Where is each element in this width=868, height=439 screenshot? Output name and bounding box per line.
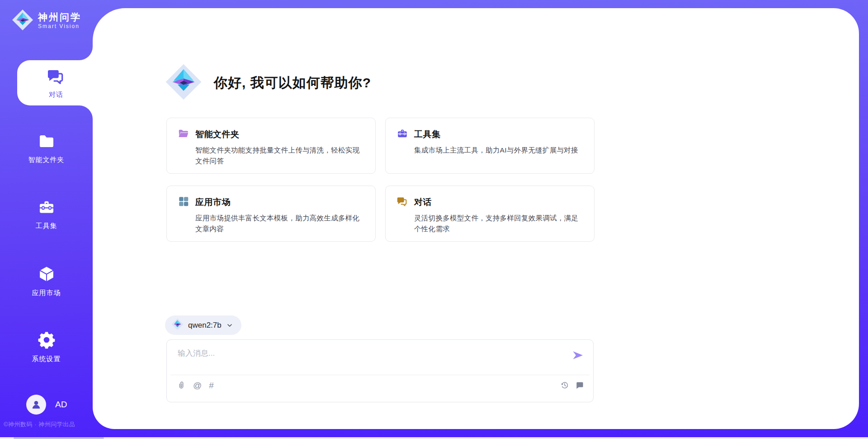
sidebar-item-chat[interactable]: 对话 [17,60,95,105]
at-icon[interactable]: @ [193,381,202,390]
model-selector[interactable]: qwen2:7b [165,315,241,335]
sidebar: 神州问学 Smart Vision 对话 [0,0,93,439]
paperclip-icon[interactable] [177,381,186,390]
app-logo-icon [165,63,202,102]
sidebar-item-label: 工具集 [36,222,57,230]
sidebar-item-settings[interactable]: 系统设置 [0,330,93,363]
brand-subtitle: Smart Vision [38,24,81,29]
card-chat[interactable]: 对话 灵活切换多模型文件，支持多样回复效果调试，满足个性化需求 [385,186,594,242]
hash-icon[interactable]: # [209,381,214,390]
toolbox-icon [396,128,408,141]
toolbox-icon [38,198,56,218]
sidebar-item-app-market[interactable]: 应用市场 [0,264,93,297]
greeting-title: 你好, 我可以如何帮助你? [214,74,371,92]
message-composer: @ # [166,339,594,402]
card-app-market[interactable]: 应用市场 应用市场提供丰富长文本模板，助力高效生成多样化文章内容 [166,186,376,242]
composer-divider [170,375,590,375]
tab-fillet-bottom [79,105,93,119]
card-title: 智能文件夹 [195,129,240,140]
sidebar-item-label: 应用市场 [32,289,61,297]
card-title: 工具集 [414,129,441,140]
sidebar-item-label: 系统设置 [32,355,61,363]
chat-icon [47,67,66,88]
user-initials: AD [55,400,67,410]
message-input[interactable] [177,347,567,372]
model-name: qwen2:7b [188,321,222,330]
diamond-logo-icon [171,318,184,332]
folder-icon [38,132,56,152]
folder-icon [178,128,189,141]
tab-fillet-top [79,47,93,60]
chevron-down-icon [226,322,233,329]
card-description: 智能文件夹功能支持批量文件上传与清洗，轻松实现文件问答 [195,145,364,166]
chat-icon [396,196,408,209]
horizontal-scrollbar[interactable] [0,437,868,439]
card-description: 灵活切换多模型文件，支持多样回复效果调试，满足个性化需求 [414,213,583,234]
avatar [26,395,46,415]
sidebar-item-label: 对话 [49,91,63,99]
cube-icon [37,264,56,285]
user-account[interactable]: AD [26,395,67,415]
send-icon [571,349,584,362]
card-toolset[interactable]: 工具集 集成市场上主流工具，助力AI与外界无缝扩展与对接 [385,118,594,174]
feature-cards: 智能文件夹 智能文件夹功能支持批量文件上传与清洗，轻松实现文件问答 工具集 集成… [166,118,594,242]
chat-bubble-icon[interactable] [576,381,584,390]
sidebar-item-toolset[interactable]: 工具集 [0,198,93,230]
grid-icon [178,196,189,209]
brand: 神州问学 Smart Vision [12,9,81,33]
card-title: 应用市场 [195,196,231,208]
card-description: 应用市场提供丰富长文本模板，助力高效生成多样化文章内容 [195,213,364,234]
brand-name: 神州问学 [38,12,81,22]
card-smart-folder[interactable]: 智能文件夹 智能文件夹功能支持批量文件上传与清洗，轻松实现文件问答 [166,118,376,174]
greeting: 你好, 我可以如何帮助你? [165,63,371,102]
app-window: 神州问学 Smart Vision 对话 [0,0,868,439]
sidebar-item-smart-folder[interactable]: 智能文件夹 [0,132,93,164]
sidebar-item-label: 智能文件夹 [28,156,65,164]
history-icon[interactable] [560,381,569,390]
gear-icon [37,330,56,351]
send-button[interactable] [571,349,584,362]
copyright: ©神州数码 · 神州问学出品 [4,420,75,429]
scrollbar-thumb[interactable] [14,437,104,439]
card-title: 对话 [414,196,432,208]
card-description: 集成市场上主流工具，助力AI与外界无缝扩展与对接 [414,145,583,156]
brand-logo-icon [12,9,33,33]
